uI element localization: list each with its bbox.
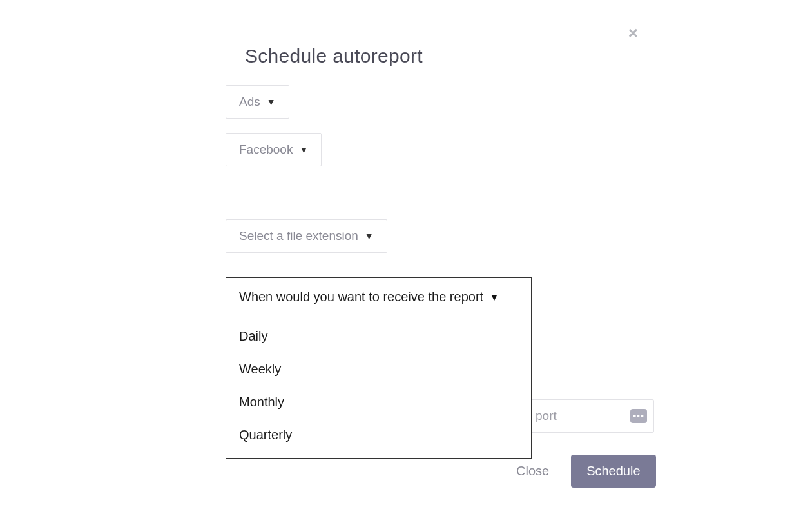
frequency-placeholder: When would you want to receive the repor… (239, 290, 483, 304)
frequency-option-quarterly[interactable]: Quarterly (239, 419, 518, 452)
chevron-down-icon: ▼ (267, 97, 276, 107)
modal-footer: Close Schedule (511, 455, 656, 488)
close-button[interactable]: Close (511, 456, 554, 486)
file-extension-placeholder: Select a file extension (239, 229, 358, 243)
email-recipients-input[interactable]: port ••• (532, 399, 654, 433)
chevron-down-icon: ▼ (365, 231, 374, 241)
platform-select[interactable]: Facebook ▼ (226, 133, 322, 166)
chevron-down-icon: ▼ (490, 292, 499, 303)
frequency-option-weekly[interactable]: Weekly (239, 353, 518, 386)
platform-select-value: Facebook (239, 143, 293, 157)
frequency-option-monthly[interactable]: Monthly (239, 386, 518, 419)
schedule-button[interactable]: Schedule (571, 455, 655, 488)
email-input-placeholder-fragment: port (536, 409, 557, 423)
category-select[interactable]: Ads ▼ (226, 85, 289, 119)
frequency-select-label[interactable]: When would you want to receive the repor… (239, 290, 518, 304)
frequency-select-open[interactable]: When would you want to receive the repor… (226, 277, 532, 459)
schedule-autoreport-modal: Schedule autoreport Ads ▼ Facebook ▼ Sel… (226, 19, 654, 267)
frequency-option-daily[interactable]: Daily (239, 320, 518, 353)
chevron-down-icon: ▼ (299, 144, 308, 155)
ellipsis-icon[interactable]: ••• (630, 409, 647, 423)
file-extension-select[interactable]: Select a file extension ▼ (226, 219, 387, 253)
modal-title: Schedule autoreport (245, 45, 654, 67)
category-select-value: Ads (239, 95, 260, 109)
